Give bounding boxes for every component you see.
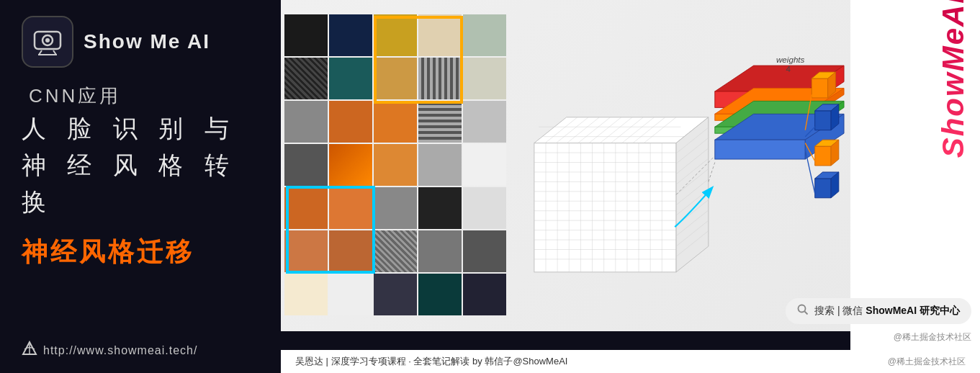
grid-cell	[374, 274, 417, 315]
grid-cell	[463, 144, 506, 186]
grid-cell	[329, 14, 372, 56]
grid-cell	[374, 230, 417, 272]
grid-cell	[374, 58, 417, 99]
grid-cell	[463, 187, 506, 229]
globe-icon	[22, 341, 37, 356]
logo-area: Show Me AI	[22, 16, 210, 68]
logo-icon	[22, 16, 73, 68]
grid-cell	[284, 14, 328, 56]
website-icon	[22, 341, 37, 360]
website-url: http://www.showmeai.tech/	[43, 344, 197, 357]
image-grid	[284, 14, 508, 315]
svg-line-71	[709, 163, 715, 182]
svg-marker-78	[815, 146, 831, 166]
svg-point-88	[799, 305, 806, 313]
grid-cell	[418, 187, 462, 229]
grid-cell	[329, 230, 372, 272]
grid-cell	[418, 14, 462, 56]
svg-marker-81	[815, 179, 831, 198]
grid-cell	[284, 230, 328, 272]
left-panel: Show Me AI CNN应用 人 脸 识 别 与 神 经 风 格 转 换 神…	[0, 0, 281, 373]
showmeai-research-bold: ShowMeAI 研究中心	[866, 305, 960, 316]
grid-cell	[374, 14, 417, 56]
grid-cell	[418, 230, 462, 272]
grid-cell	[374, 101, 417, 143]
grid-cell	[329, 274, 372, 315]
grid-cell	[284, 274, 328, 315]
cnn-arch-area: weights 4	[515, 14, 850, 317]
svg-marker-75	[815, 111, 831, 130]
caption-left: 吴恩达 | 深度学习专项课程 · 全套笔记解读 by 韩信子@ShowMeAI	[295, 355, 567, 368]
caption-right: @稀土掘金技术社区	[888, 356, 966, 368]
svg-marker-72	[812, 78, 827, 98]
weights-label: weights	[776, 55, 805, 64]
input-volume	[534, 117, 709, 272]
cnn-label: CNN应用	[29, 84, 121, 109]
grid-cell	[463, 101, 506, 143]
grid-cell	[418, 274, 462, 315]
grid-cell	[463, 58, 506, 99]
grid-cell	[463, 274, 506, 315]
grid-cell	[418, 144, 462, 186]
grid-cell	[284, 187, 328, 229]
wechat-search-text: 搜索 | 微信 ShowMeAI 研究中心	[814, 305, 960, 318]
grid-cell	[329, 187, 372, 229]
full-content-area: weights 4	[281, 0, 980, 373]
search-icon	[797, 304, 809, 318]
image-grid-area	[284, 14, 515, 317]
caption-bar: 吴恩达 | 深度学习专项课程 · 全套笔记解读 by 韩信子@ShowMeAI …	[281, 350, 980, 373]
grid-cell	[374, 144, 417, 186]
grid-cell	[418, 101, 462, 143]
showmeai-vertical-brand: ShowMeAI	[936, 0, 971, 158]
grid-cell	[418, 58, 462, 99]
grid-cell	[329, 58, 372, 99]
grid-cell	[374, 187, 417, 229]
svg-rect-68	[715, 140, 805, 159]
highlight-title: 神经风格迁移	[22, 235, 194, 270]
main-container: Show Me AI CNN应用 人 脸 识 别 与 神 经 风 格 转 换 神…	[0, 0, 980, 373]
wechat-search-box: 搜索 | 微信 ShowMeAI 研究中心	[786, 298, 971, 324]
svg-point-2	[45, 38, 50, 42]
cnn-visualization: weights 4	[281, 0, 980, 331]
brand-name: Show Me AI	[84, 31, 210, 53]
right-panel: ShowMeAI 搜索 | 微信 ShowMeAI 研究中心	[850, 0, 980, 352]
svg-line-89	[805, 312, 808, 315]
weights-4-label: 4	[786, 64, 791, 73]
bottom-right-caption: @稀土掘金技术社区	[894, 331, 971, 343]
grid-cell	[284, 58, 328, 99]
grid-cell	[463, 230, 506, 272]
logo-text-block: Show Me AI	[84, 31, 210, 53]
grid-cell	[284, 144, 328, 186]
grid-cell	[284, 101, 328, 143]
cnn-arch-svg: weights 4	[515, 14, 850, 317]
grid-cell	[463, 14, 506, 56]
website-row: http://www.showmeai.tech/	[22, 326, 197, 360]
main-title-line1: 人 脸 识 别 与 神 经 风 格 转 换	[22, 110, 259, 220]
showmeai-svg-icon	[32, 26, 63, 58]
grid-cell	[329, 144, 372, 186]
grid-cell	[329, 101, 372, 143]
